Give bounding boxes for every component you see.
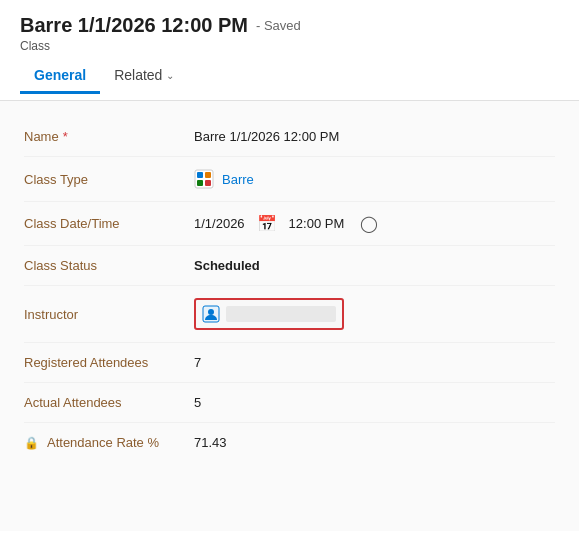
class-type-value: Barre (194, 169, 555, 189)
class-datetime-value: 1/1/2026 📅 12:00 PM ◯ (194, 214, 555, 233)
tabs-row: General Related ⌄ (20, 61, 559, 94)
class-type-link[interactable]: Barre (222, 172, 254, 187)
form-body: Name * Barre 1/1/2026 12:00 PM Class Typ… (0, 101, 579, 531)
svg-rect-1 (197, 172, 203, 178)
page-header: Barre 1/1/2026 12:00 PM - Saved Class Ge… (0, 0, 579, 101)
class-datetime-label: Class Date/Time (24, 216, 194, 231)
tab-general-label: General (34, 67, 86, 83)
instructor-value (194, 298, 555, 330)
page-subtitle: Class (20, 39, 559, 53)
tab-related-label: Related (114, 67, 162, 83)
attendance-rate-row: 🔒 Attendance Rate % 71.43 (24, 423, 555, 462)
title-row: Barre 1/1/2026 12:00 PM - Saved (20, 14, 559, 37)
svg-point-6 (208, 309, 214, 315)
svg-rect-2 (205, 172, 211, 178)
name-value: Barre 1/1/2026 12:00 PM (194, 129, 555, 144)
name-label: Name * (24, 129, 194, 144)
class-datetime-row: Class Date/Time 1/1/2026 📅 12:00 PM ◯ (24, 202, 555, 246)
registered-attendees-label: Registered Attendees (24, 355, 194, 370)
attendance-rate-label: 🔒 Attendance Rate % (24, 435, 194, 450)
tab-related[interactable]: Related ⌄ (100, 61, 188, 94)
svg-rect-4 (205, 180, 211, 186)
class-status-label: Class Status (24, 258, 194, 273)
class-type-icon (194, 169, 214, 189)
lock-icon: 🔒 (24, 436, 39, 450)
class-status-value: Scheduled (194, 258, 555, 273)
class-status-row: Class Status Scheduled (24, 246, 555, 286)
actual-attendees-label: Actual Attendees (24, 395, 194, 410)
instructor-row: Instructor (24, 286, 555, 343)
name-row: Name * Barre 1/1/2026 12:00 PM (24, 117, 555, 157)
class-type-row: Class Type Barre (24, 157, 555, 202)
page-title: Barre 1/1/2026 12:00 PM (20, 14, 248, 37)
actual-attendees-value: 5 (194, 395, 555, 410)
required-star: * (63, 129, 68, 144)
registered-attendees-value: 7 (194, 355, 555, 370)
instructor-text-placeholder (226, 306, 336, 322)
calendar-icon: 📅 (257, 214, 277, 233)
clock-icon: ◯ (360, 214, 378, 233)
registered-attendees-row: Registered Attendees 7 (24, 343, 555, 383)
saved-badge: - Saved (256, 18, 301, 33)
person-icon (202, 305, 220, 323)
tab-general[interactable]: General (20, 61, 100, 94)
instructor-input[interactable] (194, 298, 344, 330)
attendance-rate-value: 71.43 (194, 435, 555, 450)
chevron-down-icon: ⌄ (166, 70, 174, 81)
date-value: 1/1/2026 (194, 216, 245, 231)
svg-rect-3 (197, 180, 203, 186)
instructor-label: Instructor (24, 307, 194, 322)
actual-attendees-row: Actual Attendees 5 (24, 383, 555, 423)
time-value: 12:00 PM (289, 216, 345, 231)
class-type-label: Class Type (24, 172, 194, 187)
